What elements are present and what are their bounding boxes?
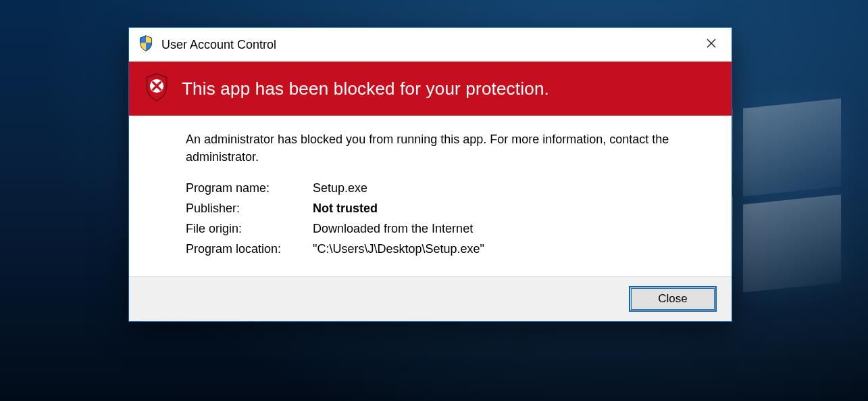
program-location-value: "C:\Users\J\Desktop\Setup.exe"	[313, 239, 490, 259]
dialog-content: An administrator has blocked you from ru…	[129, 116, 732, 276]
uac-shield-icon	[138, 35, 153, 55]
publisher-label: Publisher:	[186, 198, 313, 218]
titlebar-close-button[interactable]	[694, 31, 729, 58]
details-table: Program name: Setup.exe Publisher: Not t…	[186, 178, 490, 259]
publisher-value: Not trusted	[313, 198, 490, 218]
blocked-shield-icon	[144, 72, 170, 105]
uac-dialog: User Account Control This app has been b…	[128, 27, 732, 322]
detail-row-program-name: Program name: Setup.exe	[186, 178, 490, 198]
dialog-title: User Account Control	[161, 38, 276, 52]
alert-banner: This app has been blocked for your prote…	[129, 62, 732, 116]
detail-row-file-origin: File origin: Downloaded from the Interne…	[186, 218, 490, 239]
titlebar: User Account Control	[129, 28, 732, 62]
detail-row-program-location: Program location: "C:\Users\J\Desktop\Se…	[186, 239, 490, 259]
dialog-footer: Close	[129, 276, 732, 321]
detail-row-publisher: Publisher: Not trusted	[186, 198, 490, 218]
program-location-label: Program location:	[186, 239, 313, 259]
alert-headline: This app has been blocked for your prote…	[182, 78, 549, 99]
file-origin-label: File origin:	[186, 218, 313, 239]
file-origin-value: Downloaded from the Internet	[313, 218, 490, 239]
program-name-label: Program name:	[186, 178, 313, 198]
program-name-value: Setup.exe	[313, 178, 490, 198]
close-icon	[706, 38, 717, 51]
close-button[interactable]: Close	[629, 286, 717, 312]
alert-message: An administrator has blocked you from ru…	[186, 131, 705, 166]
